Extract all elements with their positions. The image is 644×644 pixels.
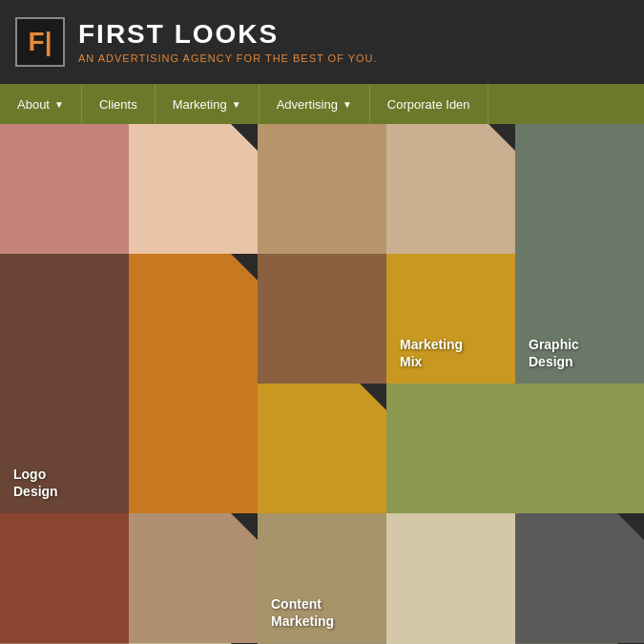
fold-icon	[617, 513, 644, 540]
nav-about-label: About	[17, 97, 50, 112]
nav-clients-label: Clients	[99, 97, 137, 112]
site-title: FIRST LOOKS	[78, 20, 378, 50]
fold-icon	[231, 124, 258, 151]
marketing-mix-label: MarketingMix	[400, 336, 463, 370]
header: F| FIRST LOOKS AN ADVERTISING AGENCY FOR…	[0, 0, 644, 84]
portfolio-grid: MarketingMix GraphicDesign LogoDesign Co…	[0, 124, 644, 643]
grid-cell-15[interactable]	[0, 513, 129, 643]
grid-cell-12[interactable]	[129, 384, 258, 513]
fold-icon	[488, 124, 515, 151]
logo-design-label: LogoDesign	[13, 466, 58, 500]
graphic-design-label: GraphicDesign	[529, 336, 579, 370]
logo-box: F|	[15, 17, 65, 67]
header-text: FIRST LOOKS AN ADVERTISING AGENCY FOR TH…	[78, 20, 378, 64]
nav-corporate[interactable]: Corporate Iden	[370, 84, 488, 124]
nav-advertising-arrow: ▼	[343, 99, 352, 110]
logo-icon: F|	[29, 29, 52, 55]
grid-cell-2[interactable]	[258, 124, 386, 254]
content-marketing-label: ContentMarketing	[271, 595, 334, 630]
nav-marketing[interactable]: Marketing ▼	[156, 84, 260, 124]
grid-cell-4[interactable]	[515, 124, 644, 254]
nav-advertising-label: Advertising	[277, 97, 338, 112]
grid-cell-5[interactable]	[0, 254, 129, 384]
nav-about-arrow: ▼	[54, 99, 64, 110]
grid-cell-1[interactable]	[129, 124, 258, 254]
grid-cell-3[interactable]	[386, 124, 515, 254]
grid-cell-18[interactable]	[386, 513, 515, 643]
fold-icon	[360, 384, 386, 410]
grid-cell-7[interactable]	[258, 254, 386, 384]
grid-cell-14b[interactable]	[515, 384, 644, 513]
grid-cell-0[interactable]	[0, 124, 129, 254]
grid-cell-16[interactable]	[129, 513, 258, 643]
nav-marketing-arrow: ▼	[232, 99, 241, 110]
nav-clients[interactable]: Clients	[82, 84, 156, 124]
grid-cell-19[interactable]	[515, 513, 644, 643]
grid-cell-graphic-design[interactable]: GraphicDesign	[515, 254, 644, 384]
nav-advertising[interactable]: Advertising ▼	[260, 84, 370, 124]
grid-cell-marketing-mix[interactable]: MarketingMix	[386, 254, 515, 384]
nav-about[interactable]: About ▼	[0, 84, 82, 124]
site-tagline: AN ADVERTISING AGENCY FOR THE BEST OF YO…	[78, 52, 378, 64]
fold-icon	[231, 254, 258, 280]
grid-cell-13[interactable]	[258, 384, 386, 513]
nav-corporate-label: Corporate Iden	[387, 97, 470, 112]
grid-cell-logo-design[interactable]: LogoDesign	[0, 384, 129, 513]
grid-cell-6[interactable]	[129, 254, 258, 384]
grid-cell-content-marketing[interactable]: ContentMarketing	[258, 513, 386, 643]
nav-marketing-label: Marketing	[173, 97, 227, 112]
grid-cell-14[interactable]	[386, 384, 515, 513]
fold-icon	[231, 513, 258, 540]
main-nav: About ▼ Clients Marketing ▼ Advertising …	[0, 84, 644, 124]
